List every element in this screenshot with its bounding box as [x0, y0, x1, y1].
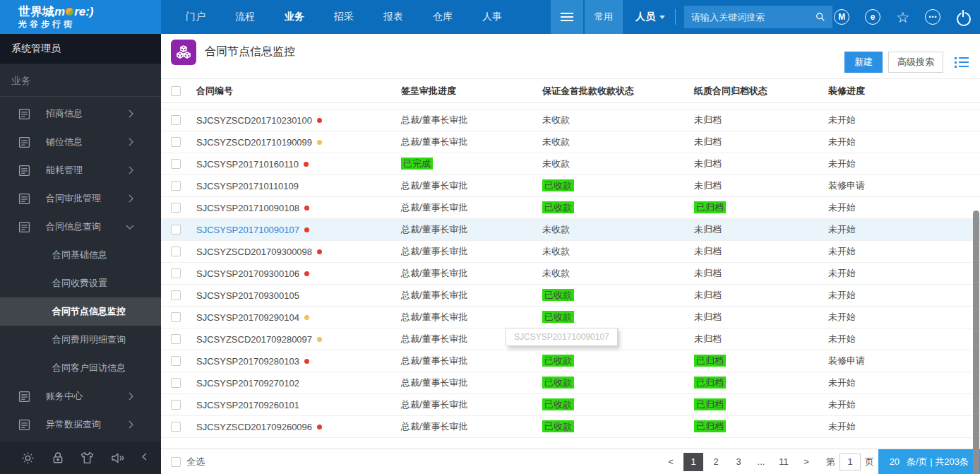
sidebar-item[interactable]: 能耗管理	[0, 156, 161, 184]
menu-hamburger-button[interactable]	[551, 0, 583, 34]
contract-id-link[interactable]: SJCSYSP201710110109	[196, 181, 299, 191]
status-archive: 未归档	[694, 333, 722, 344]
topbar-nav-item[interactable]: 流程	[220, 0, 270, 34]
row-checkbox[interactable]	[171, 312, 181, 322]
settings-icon[interactable]	[21, 451, 35, 465]
sidebar-item[interactable]: 异常数据查询	[0, 410, 161, 439]
sidebar-item[interactable]: 合同信息查询	[0, 213, 161, 241]
chevron-right-icon	[128, 420, 134, 429]
row-checkbox[interactable]	[171, 422, 181, 432]
contract-id-link[interactable]: SJCSYZSCD201710230100	[196, 115, 312, 126]
new-button[interactable]: 新建	[844, 52, 883, 73]
contract-id-link[interactable]: SJCSYSP201709290104	[196, 312, 299, 323]
status-archive: 已归档	[694, 377, 726, 389]
sidebar-subitem[interactable]: 合同客户回访信息	[0, 354, 161, 382]
contract-id-link[interactable]: SJCSYSP201710160110	[196, 159, 299, 170]
status-renovation: 未开始	[828, 224, 856, 235]
more-icon[interactable]: ⋯	[925, 9, 940, 25]
status-payment: 未收款	[542, 114, 570, 125]
vertical-scrollbar-thumb[interactable]	[973, 211, 979, 474]
topbar-nav-item[interactable]: 招采	[319, 0, 369, 34]
logo-subtitle: 光谷步行街	[18, 20, 161, 29]
table-row: SJCSYSP201709260101总裁/董事长审批已收款已归档未开始	[161, 394, 980, 416]
status-renovation: 未开始	[828, 158, 856, 169]
logo-line1: 世界城mre:)	[18, 6, 161, 18]
sidebar-subitem[interactable]: 合同收费设置	[0, 269, 161, 297]
jump-page-input[interactable]	[839, 454, 861, 470]
sidebar-subitem[interactable]: 合同节点信息监控	[0, 297, 161, 326]
advanced-search-button[interactable]: 高级搜索	[888, 52, 943, 73]
search-input[interactable]	[691, 12, 815, 23]
contract-id-link[interactable]: SJCSYSP201709270102	[196, 378, 299, 389]
page-number-list: 123...11	[683, 453, 794, 471]
table-footer: 全选 < 123...11 > 第 页 20 条/页 | 共203条	[161, 449, 980, 474]
row-checkbox[interactable]	[171, 400, 181, 410]
page-size-selector[interactable]: 20 条/页 | 共203条	[878, 449, 980, 474]
select-all-control[interactable]: 全选	[171, 456, 205, 468]
table-row: SJCSYSP201710090108总裁/董事长审批已收款已归档未开始	[161, 197, 980, 219]
contract-id-link[interactable]: SJCSYSP201710090108	[196, 203, 299, 213]
chevron-right-icon	[128, 392, 134, 401]
chevron-right-icon	[128, 194, 134, 203]
contract-id-link[interactable]: SJCSYZSCD201709300098	[196, 247, 312, 257]
star-icon[interactable]: ☆	[896, 10, 909, 25]
contract-id-link[interactable]: SJCSYSP201709280103	[196, 356, 299, 367]
header-checkbox[interactable]	[171, 86, 181, 96]
page-title: 合同节点信息监控	[205, 45, 295, 59]
theme-icon[interactable]	[80, 451, 94, 464]
power-icon[interactable]	[956, 10, 970, 24]
row-checkbox[interactable]	[171, 247, 181, 256]
page-button[interactable]: 2	[706, 453, 726, 471]
topbar-nav-item[interactable]: 门户	[171, 0, 220, 34]
topbar-nav-item[interactable]: 业务	[270, 0, 319, 34]
row-checkbox[interactable]	[171, 137, 181, 147]
prev-page-button[interactable]: <	[661, 453, 681, 471]
jump-suffix-label: 页	[865, 456, 874, 468]
contract-id-link[interactable]: SJCSYSP201709260101	[196, 400, 299, 410]
select-all-checkbox[interactable]	[171, 457, 181, 467]
row-checkbox[interactable]	[171, 356, 181, 366]
sidebar-item[interactable]: 铺位信息	[0, 128, 161, 156]
row-checkbox[interactable]	[171, 268, 181, 278]
row-checkbox[interactable]	[171, 115, 181, 125]
row-checkbox[interactable]	[171, 225, 181, 235]
search-icon[interactable]	[815, 11, 825, 23]
row-checkbox[interactable]	[171, 334, 181, 344]
status-approval: 总裁/董事长审批	[401, 312, 468, 322]
row-checkbox[interactable]	[171, 203, 181, 213]
table-row: SJCSYZSCD201709260096总裁/董事长审批已收款已归档未开始	[161, 416, 980, 438]
page-button[interactable]: 3	[729, 453, 748, 471]
sidebar-item[interactable]: 账务中心	[0, 382, 161, 410]
lock-icon[interactable]	[52, 451, 64, 464]
contract-id-link[interactable]: SJCSYSP201709300105	[196, 290, 299, 301]
contract-id-link[interactable]: SJCSYZSCD201710190099	[196, 137, 312, 148]
m-badge-icon[interactable]: M	[834, 9, 849, 25]
row-checkbox[interactable]	[171, 159, 181, 169]
row-checkbox[interactable]	[171, 290, 181, 300]
topbar-nav-item[interactable]: 仓库	[418, 0, 467, 34]
contract-id-link[interactable]: SJCSYSP201710090107	[196, 225, 299, 235]
contract-id-link[interactable]: SJCSYZSCD201709260096	[196, 422, 312, 432]
contract-id-link[interactable]: SJCSYSP201709300106	[196, 268, 299, 279]
list-settings-icon[interactable]	[955, 57, 969, 68]
sidebar-item-label: 铺位信息	[46, 136, 83, 148]
message-icon[interactable]: e	[865, 9, 880, 25]
topbar-nav-item[interactable]: 人事	[467, 0, 517, 34]
topbar-nav-item[interactable]: 报表	[369, 0, 418, 34]
sound-icon[interactable]	[111, 452, 125, 464]
yellow-status-dot-icon	[317, 140, 322, 145]
scope-dropdown[interactable]: 人员	[635, 11, 665, 23]
sidebar-item[interactable]: 招商信息	[0, 100, 161, 128]
quick-menu-button[interactable]: 常用	[585, 0, 623, 34]
next-page-button[interactable]: >	[796, 453, 816, 471]
sidebar-subitem[interactable]: 合同基础信息	[0, 241, 161, 269]
sidebar-item[interactable]: 合同审批管理	[0, 184, 161, 213]
contract-id-link[interactable]: SJCSYZSCD201709280097	[196, 334, 312, 345]
page-button[interactable]: 1	[683, 453, 703, 471]
sidebar-subitem[interactable]: 合同费用明细查询	[0, 326, 161, 354]
app-logo[interactable]: 世界城mre:) 光谷步行街	[0, 0, 161, 34]
row-checkbox[interactable]	[171, 378, 181, 388]
page-button[interactable]: 11	[774, 453, 794, 471]
collapse-sidebar-icon[interactable]	[142, 453, 147, 463]
row-checkbox[interactable]	[171, 181, 181, 191]
